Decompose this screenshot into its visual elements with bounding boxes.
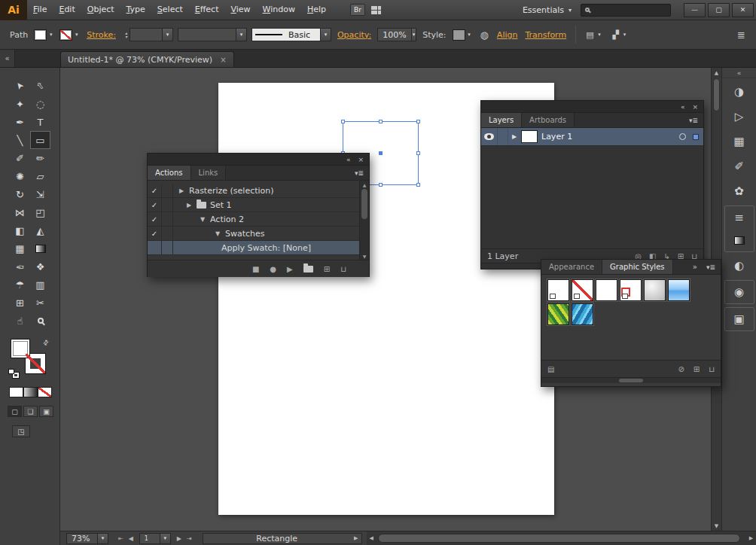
tab-links[interactable]: Links — [191, 166, 227, 180]
control-panel-menu-icon[interactable]: ≣ — [737, 29, 745, 41]
tab-actions[interactable]: Actions — [148, 166, 191, 180]
column-graph-tool[interactable]: ▥ — [30, 276, 50, 294]
toggle-item-checkbox[interactable]: ✓ — [148, 227, 162, 240]
free-transform-tool[interactable]: ◰ — [30, 203, 50, 221]
next-artboard-icon[interactable]: ▶ — [175, 535, 183, 542]
panel-close-icon[interactable]: × — [692, 103, 698, 111]
visibility-toggle[interactable] — [481, 128, 498, 145]
menu-file[interactable]: File — [27, 0, 53, 20]
fill-color-dropdown[interactable]: ▾ — [34, 29, 55, 41]
selection-handle[interactable] — [416, 151, 420, 155]
transform-options-dropdown[interactable]: ▞ ▾ — [613, 30, 629, 40]
menu-select[interactable]: Select — [151, 0, 189, 20]
swap-fill-stroke-icon[interactable]: ⇄ — [41, 338, 50, 347]
menu-type[interactable]: Type — [120, 0, 151, 20]
blend-tool[interactable]: ❖ — [30, 257, 50, 276]
brushes-panel-icon[interactable]: ✐ — [725, 155, 754, 178]
new-graphic-style-icon[interactable]: ⊞ — [694, 365, 700, 373]
workspace-switcher[interactable]: Essentials ▾ — [514, 5, 581, 15]
align-link[interactable]: Align — [497, 30, 518, 40]
action-row[interactable]: ✓ ▼ Action 2 — [148, 212, 359, 227]
new-set-icon[interactable] — [303, 266, 313, 272]
graphic-style-stroke[interactable] — [620, 279, 642, 301]
selection-handle[interactable] — [416, 120, 420, 123]
menu-view[interactable]: View — [224, 0, 256, 20]
chevron-down-icon[interactable]: ▾ — [97, 534, 108, 543]
rectangle-tool[interactable]: ▭ — [30, 131, 50, 149]
rotate-tool[interactable]: ↻ — [10, 185, 30, 203]
tab-layers[interactable]: Layers — [481, 113, 522, 127]
scroll-left-icon[interactable]: ◀ — [367, 535, 376, 541]
status-display[interactable]: Rectangle ▶ — [203, 533, 362, 544]
selection-handle[interactable] — [416, 183, 420, 187]
first-artboard-icon[interactable]: ⇤ — [117, 535, 125, 542]
symbol-sprayer-tool[interactable]: ☂ — [10, 276, 30, 294]
collapse-arrow-icon[interactable]: ▼ — [214, 230, 221, 237]
search-input[interactable] — [593, 6, 661, 14]
panel-close-icon[interactable]: × — [358, 156, 364, 163]
color-mode-button[interactable] — [9, 387, 23, 397]
toggle-item-checkbox[interactable]: ✓ — [148, 212, 162, 226]
draw-behind-button[interactable]: ❏ — [23, 406, 38, 417]
scroll-right-icon[interactable]: ▶ — [746, 535, 756, 541]
action-row[interactable]: ✓ ▶ Rasterize (selection) — [148, 184, 359, 198]
graphic-style-plain[interactable] — [596, 279, 617, 301]
transparency-panel-icon[interactable]: ◐ — [725, 254, 754, 277]
menu-object[interactable]: Object — [81, 0, 120, 20]
draw-normal-button[interactable]: ▢ — [8, 406, 22, 417]
dialog-toggle-cell[interactable] — [162, 212, 173, 226]
pen-tool[interactable]: ✒ — [10, 113, 30, 131]
tab-artboards[interactable]: Artboards — [522, 113, 575, 127]
gradient-mode-button[interactable] — [23, 387, 38, 397]
toggle-item-checkbox[interactable]: ✓ — [148, 198, 162, 212]
dialog-toggle-cell[interactable] — [162, 241, 173, 254]
symbols-panel-icon[interactable]: ✿ — [725, 180, 754, 202]
artboard-tool[interactable]: ⊞ — [10, 294, 30, 312]
action-step-row[interactable]: ✓ ▼ Swatches — [148, 227, 359, 241]
perspective-grid-tool[interactable]: ◭ — [30, 221, 50, 239]
previous-artboard-icon[interactable]: ◀ — [127, 535, 135, 542]
tab-graphic-styles[interactable]: Graphic Styles — [602, 260, 672, 274]
graphic-style-silver[interactable] — [644, 279, 666, 301]
panel-scrollbar[interactable]: ▲ ▼ — [359, 181, 369, 260]
zoom-dropdown[interactable]: 73% ▾ — [66, 533, 108, 544]
play-icon[interactable]: ▶ — [287, 265, 293, 273]
chevron-down-icon[interactable]: ▾ — [236, 29, 246, 41]
screen-mode-button[interactable]: ◳ — [12, 425, 30, 437]
transform-link[interactable]: Transform — [525, 30, 566, 40]
scroll-down-icon[interactable]: ▼ — [712, 521, 721, 531]
graphic-style-blue-gloss[interactable] — [668, 279, 690, 301]
collapse-panels-icon[interactable]: « — [0, 50, 15, 67]
expand-arrow-icon[interactable]: ▶ — [185, 202, 193, 209]
graphic-style-green-texture[interactable] — [547, 303, 569, 325]
dialog-toggle-cell[interactable] — [162, 198, 173, 212]
layer-row[interactable]: ▶ Layer 1 — [481, 128, 703, 146]
mesh-tool[interactable]: ▦ — [10, 239, 30, 257]
tab-appearance[interactable]: Appearance — [541, 260, 602, 274]
graphic-style-none[interactable] — [572, 279, 593, 301]
direct-selection-tool[interactable]: ⇨ — [30, 77, 50, 95]
scale-tool[interactable]: ⇲ — [30, 185, 50, 203]
last-artboard-icon[interactable]: ⇥ — [185, 535, 194, 542]
action-step-row-selected[interactable]: Apply Swatch: [None] — [148, 241, 359, 255]
color-panel-icon[interactable]: ◑ — [725, 81, 754, 103]
stepper-down-icon[interactable]: ▾ — [125, 35, 127, 38]
status-menu-icon[interactable]: ▶ — [351, 535, 361, 541]
search-box[interactable] — [581, 4, 671, 17]
toggle-item-checkbox[interactable]: ✓ — [148, 184, 162, 197]
scrollbar-thumb[interactable] — [619, 379, 643, 382]
menu-edit[interactable]: Edit — [53, 0, 81, 20]
stroke-color-dropdown[interactable]: ▾ — [59, 29, 81, 41]
magic-wand-tool[interactable]: ✦ — [10, 95, 30, 113]
selection-handle[interactable] — [379, 183, 383, 187]
lock-toggle[interactable] — [498, 128, 508, 145]
panel-menu-icon[interactable]: ▾≣ — [684, 113, 703, 127]
color-guide-panel-icon[interactable]: ▷ — [725, 105, 754, 128]
maximize-button[interactable]: ▢ — [708, 3, 730, 17]
opacity-link[interactable]: Opacity: — [337, 30, 371, 40]
chevron-down-icon[interactable]: ▾ — [160, 534, 170, 543]
lasso-tool[interactable]: ◌ — [30, 95, 50, 113]
opacity-dropdown[interactable]: 100% ▾ — [377, 28, 416, 41]
panel-collapse-icon[interactable]: « — [346, 156, 351, 163]
draw-inside-button[interactable]: ▣ — [39, 406, 53, 417]
